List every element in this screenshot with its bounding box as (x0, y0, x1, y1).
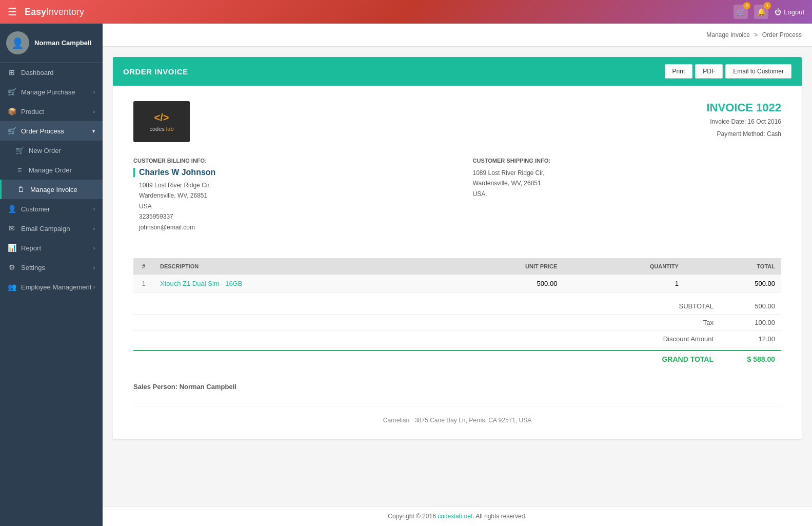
col-unit: UNIT PRICE (433, 258, 564, 275)
sidebar-item-dashboard[interactable]: ⊞ Dashboard (0, 63, 103, 82)
pdf-button[interactable]: PDF (695, 64, 723, 79)
billing-label: CUSTOMER BILLING INFO: (133, 158, 442, 164)
sidebar-item-report[interactable]: 📊 Report › (0, 238, 103, 258)
invoice-card: ORDER INVOICE Print PDF Email to Custome… (113, 57, 802, 439)
manage-purchase-icon: 🛒 (8, 88, 16, 96)
chevron-right-icon: › (93, 206, 95, 212)
grand-total-label: GRAND TOTAL (611, 355, 714, 363)
sales-person-name: Norman Campbell (180, 383, 236, 391)
sidebar-item-email-campaign[interactable]: ✉ Email Campaign › (0, 219, 103, 238)
col-qty: QUANTITY (563, 258, 685, 275)
billing-details: 1089 Lost River Ridge Cir, Wardensville,… (133, 180, 442, 232)
row-num: 1 (133, 275, 154, 293)
billing-address1: 1089 Lost River Ridge Cir, (139, 180, 442, 190)
logout-button[interactable]: ⏻ Logout (775, 8, 804, 16)
billing-email: johnson@email.com (139, 222, 442, 232)
sidebar-item-employee-management[interactable]: 👥 Employee Management › (0, 277, 103, 297)
app-brand: EasyInventory (25, 7, 734, 17)
col-num: # (133, 258, 154, 275)
grand-total-value: $ 588.00 (724, 355, 775, 363)
chevron-right-icon: › (93, 284, 95, 290)
row-desc: Xtouch Z1 Dual Sim - 16GB (154, 275, 433, 293)
sidebar-item-order-process[interactable]: 🛒 Order Process ▾ (0, 121, 103, 141)
cart-icon-wrap[interactable]: 🛒 0 (734, 5, 748, 19)
invoice-body: </> codes lab INVOICE 1022 Invoice Date:… (113, 86, 802, 439)
col-total: TOTAL (685, 258, 781, 275)
cart-badge: 0 (743, 2, 750, 9)
sidebar-item-label: Report (21, 244, 41, 252)
footer-link[interactable]: codeslab.net. (438, 513, 474, 520)
avatar: 👤 (6, 31, 29, 54)
sidebar-item-settings[interactable]: ⚙ Settings › (0, 258, 103, 277)
sidebar-item-label: Manage Invoice (30, 186, 77, 193)
discount-value: 12.00 (724, 335, 775, 343)
company-footer-info: Carnelian 3875 Cane Bay Ln, Perris, CA 9… (133, 406, 781, 424)
top-nav-right: 🛒 0 🔔 1 ⏻ Logout (734, 5, 804, 19)
shipping-details: 1089 Lost River Ridge Cir, Wardensville,… (473, 168, 782, 199)
sidebar-item-manage-invoice[interactable]: 🗒 Manage Invoice (0, 180, 103, 199)
subtotal-row: SUBTOTAL 500.00 (133, 298, 781, 315)
sidebar-item-label: Email Campaign (21, 225, 70, 232)
footer-copyright: Copyright © 2016 (388, 513, 436, 520)
page-footer: Copyright © 2016 codeslab.net. All right… (103, 506, 812, 526)
user-section: 👤 Norman Campbell (0, 24, 103, 63)
sidebar-item-new-order[interactable]: 🛒 New Order (0, 141, 103, 160)
sidebar-item-label: Customer (21, 205, 50, 213)
top-navbar: ☰ EasyInventory 🛒 0 🔔 1 ⏻ Logout (0, 0, 812, 24)
tax-value: 100.00 (724, 319, 775, 326)
manage-invoice-icon: 🗒 (17, 185, 25, 193)
invoice-payment-method: Payment Method: Cash (706, 129, 781, 139)
user-name: Norman Campbell (34, 39, 91, 47)
settings-icon: ⚙ (8, 263, 16, 271)
tax-label: Tax (611, 319, 714, 326)
email-to-customer-button[interactable]: Email to Customer (725, 64, 791, 79)
billing-name: Charles W Johnson (133, 168, 442, 177)
discount-row: Discount Amount 12.00 (133, 331, 781, 347)
breadcrumb-manage-invoice[interactable]: Manage Invoice (706, 31, 750, 38)
billing-country: USA (139, 201, 442, 211)
invoice-card-header: ORDER INVOICE Print PDF Email to Custome… (113, 57, 802, 86)
product-icon: 📦 (8, 107, 16, 115)
chevron-down-icon: ▾ (92, 128, 95, 134)
new-order-icon: 🛒 (15, 146, 24, 154)
col-desc: DESCRIPTION (154, 258, 433, 275)
breadcrumb: Manage Invoice > Order Process (103, 24, 812, 47)
shipping-label: CUSTOMER SHIPPING INFO: (473, 158, 782, 164)
invoice-card-title: ORDER INVOICE (123, 67, 188, 76)
billing-phone: 3235959337 (139, 211, 442, 222)
sidebar-item-manage-purchase[interactable]: 🛒 Manage Purchase › (0, 82, 103, 102)
employee-icon: 👥 (8, 283, 16, 291)
order-process-icon: 🛒 (8, 127, 16, 135)
invoice-date: Invoice Date: 16 Oct 2016 (706, 117, 781, 127)
subtotal-value: 500.00 (724, 302, 775, 310)
chevron-right-icon: › (93, 109, 95, 114)
shipping-address2: Wardensville, WV, 26851 (473, 178, 782, 188)
chevron-right-icon: › (93, 89, 95, 95)
print-button[interactable]: Print (665, 64, 693, 79)
chevron-right-icon: › (93, 265, 95, 270)
sales-person: Sales Person: Norman Campbell (133, 383, 781, 391)
content-area: Manage Invoice > Order Process ORDER INV… (103, 24, 812, 526)
header-actions: Print PDF Email to Customer (665, 64, 791, 79)
row-total: 500.00 (685, 275, 781, 293)
breadcrumb-separator: > (754, 31, 759, 38)
customer-icon: 👤 (8, 205, 16, 213)
billing-col: CUSTOMER BILLING INFO: Charles W Johnson… (133, 158, 442, 232)
sidebar-item-label: Settings (21, 264, 45, 271)
report-icon: 📊 (8, 244, 16, 252)
invoice-table: # DESCRIPTION UNIT PRICE QUANTITY TOTAL … (133, 258, 781, 293)
sidebar-item-customer[interactable]: 👤 Customer › (0, 199, 103, 219)
billing-address2: Wardensville, WV, 26851 (139, 190, 442, 201)
sidebar-item-manage-order[interactable]: ≡ Manage Order (0, 160, 103, 180)
sidebar-item-product[interactable]: 📦 Product › (0, 102, 103, 121)
sidebar: 👤 Norman Campbell ⊞ Dashboard 🛒 Manage P… (0, 24, 103, 526)
hamburger-menu[interactable]: ☰ (8, 6, 17, 18)
breadcrumb-order-process: Order Process (762, 31, 802, 38)
sidebar-item-label: Order Process (21, 127, 64, 135)
sidebar-item-label: Dashboard (21, 69, 54, 76)
shipping-address1: 1089 Lost River Ridge Cir, (473, 168, 782, 178)
bell-icon-wrap[interactable]: 🔔 1 (754, 5, 768, 19)
sidebar-item-label: Manage Purchase (21, 88, 75, 96)
invoice-info: INVOICE 1022 Invoice Date: 16 Oct 2016 P… (706, 101, 781, 139)
company-name: Carnelian (383, 417, 409, 424)
